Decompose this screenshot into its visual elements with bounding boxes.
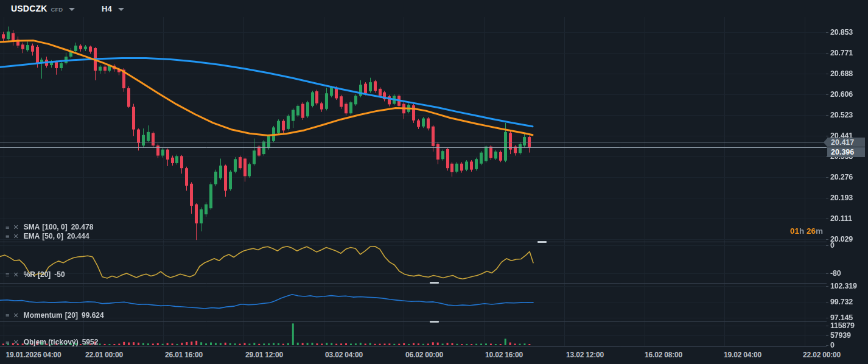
- indicator-name: Objem (tickový): [24, 338, 79, 346]
- price-axis-label[interactable]: 20.523: [830, 111, 853, 119]
- timeframe-caret-down-icon: [118, 8, 124, 11]
- cfd-badge: CFD: [51, 6, 63, 13]
- chart-canvas[interactable]: [0, 17, 827, 347]
- indicator-settings-icon[interactable]: ≡: [5, 271, 10, 278]
- indicator-close-icon[interactable]: ✕: [12, 339, 19, 346]
- wpr-axis-label[interactable]: -80: [830, 269, 841, 278]
- indicator-name: Momentum: [24, 311, 63, 320]
- price-tag-upper-value: 20.417: [831, 138, 854, 147]
- price-axis-label[interactable]: 20.688: [830, 69, 853, 78]
- panel-resize-handle[interactable]: [430, 282, 439, 284]
- indicator-value: 20.444: [67, 232, 89, 240]
- price-tag-lower-value: 20.396: [831, 148, 854, 156]
- indicator-settings-icon[interactable]: ≡: [5, 339, 10, 346]
- timer-minutes: 26: [807, 226, 816, 236]
- time-axis-label[interactable]: 22.01 00:00: [85, 351, 123, 359]
- indicator-value: -50: [54, 270, 65, 279]
- legend-ema: ≡ ✕ EMA [50, 0] 20.444: [5, 232, 89, 240]
- price-axis-label[interactable]: 20.276: [830, 173, 853, 181]
- wpr-axis-label[interactable]: 0: [830, 241, 835, 250]
- price-axis-label[interactable]: 20.771: [830, 49, 853, 57]
- time-axis-label[interactable]: 29.01 12:00: [245, 351, 283, 359]
- indicator-value: 20.478: [71, 223, 94, 231]
- trading-chart-app: USDCZK CFD H4 ≡ ✕ SMA [100, 0] 20.478 ≡ …: [0, 0, 868, 364]
- time-axis-label[interactable]: 19.02 04:00: [724, 351, 761, 359]
- indicator-close-icon[interactable]: ✕: [12, 312, 19, 319]
- time-axis-label[interactable]: 16.02 08:00: [645, 351, 682, 359]
- time-axis-label[interactable]: 22.02 00:00: [803, 351, 841, 359]
- candle-countdown-timer: 01h 26m: [790, 226, 823, 236]
- indicator-params: [20]: [38, 270, 51, 279]
- indicator-close-icon[interactable]: ✕: [12, 271, 19, 278]
- indicator-value: 5952: [82, 338, 99, 346]
- indicator-name: SMA: [24, 223, 40, 231]
- volume-axis-label[interactable]: 115879: [830, 321, 855, 330]
- timeframe-label: H4: [102, 4, 112, 13]
- indicator-name: EMA: [24, 232, 40, 240]
- volume-axis-label[interactable]: 0: [830, 341, 835, 349]
- indicator-settings-icon[interactable]: ≡: [5, 312, 10, 319]
- price-tag-lower: 20.396: [827, 147, 865, 157]
- symbol-label: USDCZK: [11, 4, 47, 13]
- price-axis-label[interactable]: 20.111: [830, 214, 852, 223]
- price-axis-label[interactable]: 20.193: [830, 194, 853, 202]
- volume-axis-label[interactable]: 57939: [830, 331, 851, 340]
- time-axis-label[interactable]: 10.02 16:00: [485, 351, 523, 359]
- price-axis-label[interactable]: 20.606: [830, 90, 853, 99]
- legend-wpr: ≡ ✕ %R [20] -50: [5, 270, 65, 279]
- momentum-axis-label[interactable]: 99.732: [830, 298, 853, 306]
- indicator-close-icon[interactable]: ✕: [12, 224, 19, 231]
- indicator-close-icon[interactable]: ✕: [12, 233, 19, 240]
- momentum-axis-label[interactable]: 97.145: [830, 313, 853, 322]
- legend-momentum: ≡ ✕ Momentum [20] 99.624: [5, 311, 104, 320]
- time-axis-label[interactable]: 26.01 16:00: [165, 351, 203, 359]
- timeframe-selector[interactable]: H4: [102, 4, 124, 13]
- chart-header: USDCZK CFD H4: [0, 0, 868, 17]
- indicator-settings-icon[interactable]: ≡: [5, 233, 10, 240]
- time-axis-label[interactable]: 13.02 12:00: [566, 351, 604, 359]
- price-axis-label[interactable]: 20.853: [830, 28, 853, 37]
- legend-volume: ≡ ✕ Objem (tickový) 5952: [5, 338, 98, 346]
- indicator-params: [100, 0]: [42, 223, 67, 231]
- price-tag-upper: 20.417: [827, 138, 865, 147]
- legend-sma: ≡ ✕ SMA [100, 0] 20.478: [5, 223, 93, 231]
- symbol-selector[interactable]: USDCZK CFD: [11, 4, 75, 13]
- indicator-params: [20]: [65, 311, 78, 320]
- indicator-settings-icon[interactable]: ≡: [5, 224, 10, 231]
- time-axis-label[interactable]: 19.01.2026 04:00: [6, 351, 61, 359]
- timer-minutes-unit: m: [816, 226, 823, 236]
- momentum-axis-label[interactable]: 102.319: [830, 282, 857, 290]
- symbol-caret-down-icon: [69, 8, 75, 11]
- panel-resize-handle[interactable]: [537, 241, 547, 243]
- time-axis-label[interactable]: 06.02 00:00: [405, 351, 443, 359]
- indicator-value: 99.624: [82, 311, 104, 320]
- time-axis-label[interactable]: 03.02 04:00: [325, 351, 363, 359]
- panel-resize-handle[interactable]: [430, 321, 439, 323]
- indicator-params: [50, 0]: [42, 232, 63, 240]
- timer-hours: 01: [790, 226, 799, 236]
- indicator-name: %R: [24, 270, 35, 279]
- timer-hours-unit: h: [799, 226, 804, 236]
